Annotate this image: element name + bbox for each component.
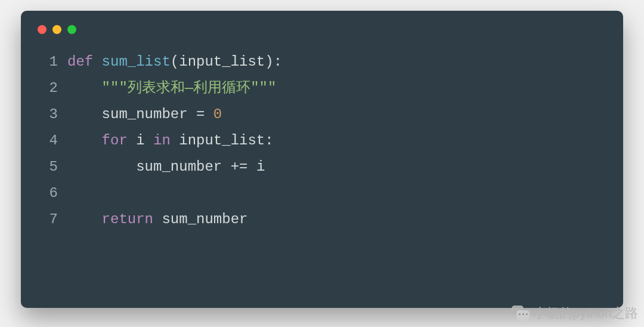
code-line: 4 for i in input_list: bbox=[24, 128, 620, 154]
code-line: 5 sum_number += i bbox=[24, 154, 620, 180]
code-line: 2 """列表求和—利用循环""" bbox=[24, 75, 620, 101]
watermark-text: 小杨的python之路 bbox=[533, 304, 638, 322]
line-number: 4 bbox=[24, 128, 67, 154]
code-line: 7 return sum_number bbox=[24, 206, 620, 233]
line-number: 1 bbox=[24, 49, 67, 75]
code-line: 3 sum_number = 0 bbox=[24, 101, 620, 128]
code-line: 6 bbox=[24, 180, 620, 206]
line-number: 7 bbox=[24, 206, 67, 233]
maximize-icon bbox=[67, 25, 76, 34]
line-number: 3 bbox=[24, 101, 67, 128]
code-content: def sum_list(input_list): bbox=[67, 49, 282, 75]
code-content: sum_number += i bbox=[67, 154, 265, 180]
code-content: for i in input_list: bbox=[67, 128, 274, 154]
line-number: 2 bbox=[24, 75, 67, 101]
code-area: 1def sum_list(input_list):2 """列表求和—利用循环… bbox=[21, 30, 623, 239]
line-number: 5 bbox=[24, 154, 67, 180]
code-content: return sum_number bbox=[67, 206, 247, 233]
code-line: 1def sum_list(input_list): bbox=[24, 49, 620, 75]
minimize-icon bbox=[52, 25, 61, 34]
code-content: """列表求和—利用循环""" bbox=[67, 75, 276, 101]
traffic-lights bbox=[38, 25, 76, 34]
code-content: sum_number = 0 bbox=[67, 101, 222, 128]
code-window: 1def sum_list(input_list):2 """列表求和—利用循环… bbox=[21, 11, 623, 308]
wechat-icon bbox=[512, 306, 530, 321]
close-icon bbox=[38, 25, 47, 34]
watermark: 小杨的python之路 bbox=[512, 304, 638, 322]
line-number: 6 bbox=[24, 180, 67, 206]
